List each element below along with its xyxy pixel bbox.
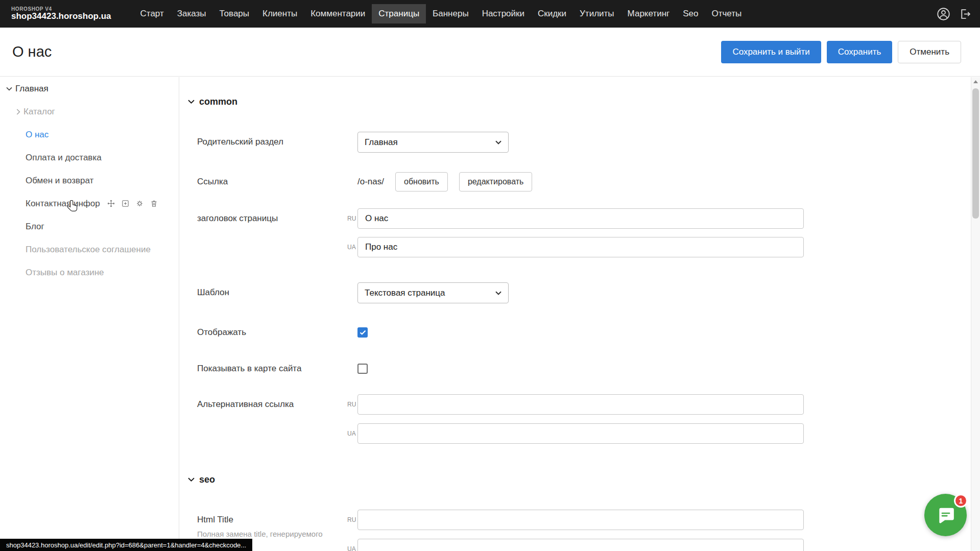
alt-link-ru-input[interactable] [357, 394, 804, 415]
status-url-tooltip: shop34423.horoshop.ua/edit/edit.php?id=6… [0, 539, 252, 551]
chat-button[interactable]: 1 [924, 494, 967, 536]
display-label: Отображать [180, 322, 347, 343]
tree-item-home[interactable]: Главная [0, 77, 179, 100]
section-common-header[interactable]: common [180, 95, 971, 108]
tree-item-label: Обмен и возврат [26, 176, 93, 186]
move-icon[interactable] [107, 199, 115, 208]
chevron-down-icon[interactable] [6, 87, 12, 91]
page-title: О нас [12, 43, 52, 60]
section-seo-header[interactable]: seo [180, 473, 971, 486]
chevron-down-icon [495, 140, 501, 145]
sitemap-checkbox[interactable] [357, 364, 368, 374]
triangle-up-icon [973, 80, 978, 83]
link-row: Ссылка /o-nas/ обновить редактировать [180, 172, 971, 192]
scroll-up-arrow[interactable] [971, 77, 980, 86]
parent-section-row: Родительский раздел Главная [180, 132, 971, 153]
lang-tag-ua: UA [347, 244, 357, 251]
page-title-ru-input[interactable] [357, 208, 804, 229]
nav-item-utilities[interactable]: Утилиты [573, 4, 621, 23]
nav-item-marketing[interactable]: Маркетинг [621, 4, 677, 23]
html-title-row: Html Title Полная замена title, генериру… [180, 510, 971, 551]
save-button[interactable]: Сохранить [827, 41, 892, 63]
selected-value: Текстовая страница [365, 288, 445, 298]
logo[interactable]: HOROSHOP V4 shop34423.horoshop.ua [11, 7, 111, 21]
nav-item-reports[interactable]: Отчеты [705, 4, 748, 23]
chevron-down-icon [188, 477, 195, 482]
vertical-scrollbar[interactable] [971, 77, 980, 551]
refresh-link-button[interactable]: обновить [395, 172, 448, 191]
html-title-ru-input[interactable] [357, 510, 804, 530]
tree-item-payment-delivery[interactable]: Оплата и доставка [0, 146, 179, 169]
nav-item-comments[interactable]: Комментарии [304, 4, 372, 23]
lang-tag-ua: UA [347, 430, 357, 437]
delete-icon[interactable] [150, 199, 158, 208]
nav-item-orders[interactable]: Заказы [171, 4, 213, 23]
tree-item-label: Блог [26, 222, 44, 232]
html-title-label: Html Title [197, 510, 347, 530]
page-title-ua-input[interactable] [357, 237, 804, 257]
alt-link-row: Альтернативная ссылка RU UA [180, 394, 971, 444]
tree-item-label: Контактная инфор [26, 199, 100, 209]
display-row: Отображать [180, 322, 971, 343]
edit-link-button[interactable]: редактировать [459, 172, 532, 191]
tree-item-label: Главная [15, 84, 49, 94]
settings-icon[interactable] [135, 199, 144, 208]
alt-link-ua-input[interactable] [357, 423, 804, 444]
tree-item-contact-info[interactable]: Контактная инфор [0, 192, 179, 215]
template-row: Шаблон Текстовая страница [180, 282, 971, 303]
navbar-right [937, 7, 972, 21]
tree-item-blog[interactable]: Блог [0, 215, 179, 238]
template-select[interactable]: Текстовая страница [357, 282, 509, 303]
lang-tag-ru: RU [347, 401, 357, 408]
nav-item-banners[interactable]: Баннеры [426, 4, 475, 23]
nav-item-settings[interactable]: Настройки [475, 4, 531, 23]
pages-tree: Главная Каталог О нас Оплата и доставка … [0, 77, 179, 551]
top-navbar: HOROSHOP V4 shop34423.horoshop.ua Старт … [0, 0, 980, 28]
tree-item-label: Пользовательское соглашение [26, 245, 151, 255]
sitemap-row: Показывать в карте сайта [180, 358, 971, 379]
header-buttons: Сохранить и выйти Сохранить Отменить [721, 41, 961, 63]
cancel-button[interactable]: Отменить [898, 41, 961, 63]
display-checkbox[interactable] [357, 327, 368, 338]
template-label: Шаблон [180, 282, 347, 303]
tree-item-label: Оплата и доставка [26, 153, 102, 163]
section-title: seo [199, 474, 215, 485]
tree-item-store-reviews[interactable]: Отзывы о магазине [0, 261, 179, 284]
link-label: Ссылка [180, 172, 347, 192]
tree-item-about[interactable]: О нас [0, 123, 179, 146]
horoshop-admin-app: HOROSHOP V4 shop34423.horoshop.ua Старт … [0, 0, 980, 551]
page-edit-form: common Родительский раздел Главная Ссылк… [180, 77, 971, 551]
chevron-down-icon [188, 100, 195, 104]
html-title-hint: Полная замена title, генерируемого [197, 530, 347, 538]
html-title-ua-input[interactable] [357, 539, 804, 551]
alt-link-label: Альтернативная ссылка [180, 394, 347, 415]
sitemap-label: Показывать в карте сайта [180, 358, 347, 379]
selected-value: Главная [365, 137, 398, 148]
nav-item-start[interactable]: Старт [134, 4, 171, 23]
lang-tag-ua: UA [347, 545, 357, 551]
page-title-row: заголовок страницы RU UA [180, 208, 971, 257]
logout-icon[interactable] [958, 7, 972, 21]
scrollbar-thumb[interactable] [972, 88, 979, 219]
nav-item-products[interactable]: Товары [213, 4, 256, 23]
account-icon[interactable] [937, 7, 950, 21]
nav-item-pages[interactable]: Страницы [372, 4, 426, 23]
tree-item-label: О нас [26, 130, 49, 140]
tree-item-catalog[interactable]: Каталог [0, 100, 179, 123]
tree-item-user-agreement[interactable]: Пользовательское соглашение [0, 238, 179, 261]
logo-domain: shop34423.horoshop.ua [11, 12, 111, 21]
tree-item-actions [107, 199, 158, 208]
nav-item-seo[interactable]: Seo [676, 4, 705, 23]
check-icon [360, 330, 366, 335]
parent-section-select[interactable]: Главная [357, 132, 509, 153]
nav-item-discounts[interactable]: Скидки [531, 4, 573, 23]
page-header: О нас Сохранить и выйти Сохранить Отмени… [0, 28, 980, 77]
chevron-down-icon [495, 291, 501, 295]
save-and-exit-button[interactable]: Сохранить и выйти [721, 41, 821, 63]
lang-tag-ru: RU [347, 516, 357, 523]
nav-item-clients[interactable]: Клиенты [256, 4, 304, 23]
add-icon[interactable] [121, 199, 130, 208]
chevron-right-icon[interactable] [16, 109, 20, 115]
section-title: common [199, 97, 237, 107]
tree-item-exchange-return[interactable]: Обмен и возврат [0, 169, 179, 192]
